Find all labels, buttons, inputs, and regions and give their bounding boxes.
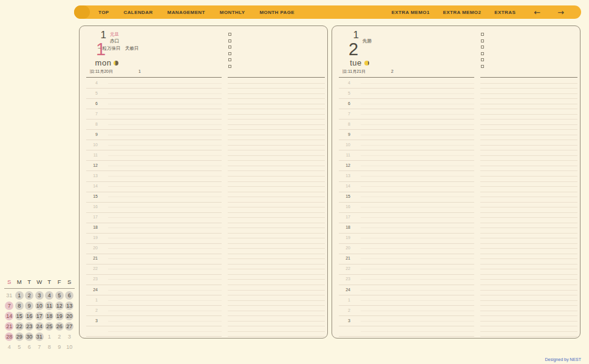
nav-tab-extras[interactable]: EXTRAS xyxy=(488,7,522,18)
nav-tab-calendar[interactable]: CALENDAR xyxy=(118,7,159,18)
hour-label: 14 xyxy=(80,183,98,189)
calendar-cell: 21 xyxy=(4,322,15,331)
calendar-day[interactable]: 25 xyxy=(45,322,53,331)
memo-line xyxy=(228,181,325,182)
calendar-day[interactable]: 8 xyxy=(15,302,24,310)
calendar-day[interactable]: 24 xyxy=(35,322,44,331)
task-checkbox[interactable] xyxy=(481,39,484,42)
memo-line xyxy=(228,331,325,332)
weekday-header: M xyxy=(15,278,25,288)
memo-line xyxy=(228,155,325,156)
calendar-day[interactable]: 11 xyxy=(45,302,53,310)
task-checkbox[interactable] xyxy=(228,46,231,49)
task-checkbox[interactable] xyxy=(228,65,231,68)
calendar-day[interactable]: 21 xyxy=(5,322,13,331)
calendar-day[interactable]: 19 xyxy=(55,312,64,320)
nav-tab-extra-memo1[interactable]: EXTRA MEMO1 xyxy=(386,7,436,18)
nav-tab-extra-memo2[interactable]: EXTRA MEMO2 xyxy=(437,7,488,18)
calendar-day[interactable]: 13 xyxy=(65,302,73,310)
calendar-day[interactable]: 1 xyxy=(15,291,24,300)
calendar-cell: 4 xyxy=(44,291,55,300)
memo-line xyxy=(480,238,577,238)
nav-tab-monthly[interactable]: MONTHLY xyxy=(214,7,251,18)
task-checkbox[interactable] xyxy=(228,58,231,61)
nav-tab-management[interactable]: MANAGEMENT xyxy=(162,7,211,18)
calendar-day[interactable]: 23 xyxy=(25,322,33,331)
hour-line xyxy=(339,98,474,99)
calendar-day[interactable]: 28 xyxy=(5,332,13,341)
calendar-day[interactable]: 27 xyxy=(65,322,73,331)
calendar-cell: 27 xyxy=(64,322,75,331)
memo-line xyxy=(480,88,577,89)
half-hour-line xyxy=(108,114,222,115)
calendar-week-row: 31123456 xyxy=(4,290,75,300)
memo-line xyxy=(480,129,577,130)
weekday-header: T xyxy=(44,278,55,288)
hour-label: 20 xyxy=(332,245,350,251)
calendar-day[interactable]: 20 xyxy=(65,312,73,320)
hour-label: 21 xyxy=(80,255,98,261)
hour-label: 22 xyxy=(332,266,350,272)
calendar-day-out: 1 xyxy=(45,332,53,341)
task-checkbox[interactable] xyxy=(481,58,484,61)
calendar-day[interactable]: 7 xyxy=(5,302,13,310)
calendar-day[interactable]: 6 xyxy=(65,291,73,300)
holiday-label xyxy=(363,32,372,38)
memo-line xyxy=(228,305,325,306)
next-page-arrow[interactable]: → xyxy=(557,8,564,16)
calendar-cell: 28 xyxy=(4,332,15,341)
calendar-day[interactable]: 12 xyxy=(55,302,64,310)
hour-label: 22 xyxy=(80,266,98,272)
calendar-day[interactable]: 18 xyxy=(45,312,53,320)
nav-tab-top[interactable]: TOP xyxy=(92,7,115,18)
task-checkbox[interactable] xyxy=(481,65,484,68)
task-checkbox[interactable] xyxy=(228,39,231,42)
calendar-day[interactable]: 22 xyxy=(15,322,24,331)
prev-page-arrow[interactable]: ← xyxy=(534,8,540,16)
calendar-day[interactable]: 3 xyxy=(35,291,44,300)
calendar-cell: 12 xyxy=(55,302,65,310)
memo-line xyxy=(228,98,325,99)
half-hour-line xyxy=(108,258,222,259)
hour-line xyxy=(86,119,222,120)
calendar-cell: 17 xyxy=(35,312,45,320)
calendar-day[interactable]: 30 xyxy=(25,332,33,341)
hour-label: 20 xyxy=(80,245,98,251)
task-checkbox[interactable] xyxy=(481,52,484,55)
half-hour-line xyxy=(108,269,222,269)
memo-line xyxy=(228,109,325,109)
calendar-day[interactable]: 5 xyxy=(55,291,64,300)
memo-line xyxy=(480,140,577,140)
nav-tab-month-page[interactable]: MONTH PAGE xyxy=(253,7,301,18)
task-checkbox[interactable] xyxy=(481,33,484,36)
hour-label: 4 xyxy=(332,80,350,86)
calendar-day[interactable]: 10 xyxy=(35,302,44,310)
half-hour-line xyxy=(108,321,222,322)
half-hour-line xyxy=(108,311,222,311)
calendar-cell: 4 xyxy=(4,343,15,351)
memo-line xyxy=(228,88,325,89)
hour-line xyxy=(339,150,474,150)
hour-line xyxy=(339,119,474,120)
calendar-day[interactable]: 29 xyxy=(15,332,24,341)
task-checkbox[interactable] xyxy=(481,46,484,49)
task-checkbox[interactable] xyxy=(228,52,231,55)
half-hour-line xyxy=(108,186,222,187)
calendar-day[interactable]: 26 xyxy=(55,322,64,331)
calendar-day[interactable]: 14 xyxy=(5,312,13,320)
calendar-day[interactable]: 31 xyxy=(35,332,44,341)
calendar-day[interactable]: 4 xyxy=(45,291,53,300)
half-hour-line xyxy=(108,279,222,280)
hour-label: 11 xyxy=(332,152,350,158)
half-hour-line xyxy=(361,238,474,238)
calendar-day[interactable]: 16 xyxy=(25,312,33,320)
calendar-day[interactable]: 2 xyxy=(25,291,33,300)
calendar-day[interactable]: 9 xyxy=(25,302,33,310)
mini-calendar-body: 3112345678910111213141516171819202122232… xyxy=(4,290,75,352)
task-checkbox[interactable] xyxy=(228,33,231,36)
calendar-day[interactable]: 15 xyxy=(15,312,24,320)
calendar-cell: 7 xyxy=(35,343,45,351)
calendar-week-row: 14151617181920 xyxy=(4,311,75,321)
calendar-day[interactable]: 17 xyxy=(35,312,44,320)
task-checkbox-column xyxy=(228,33,231,68)
